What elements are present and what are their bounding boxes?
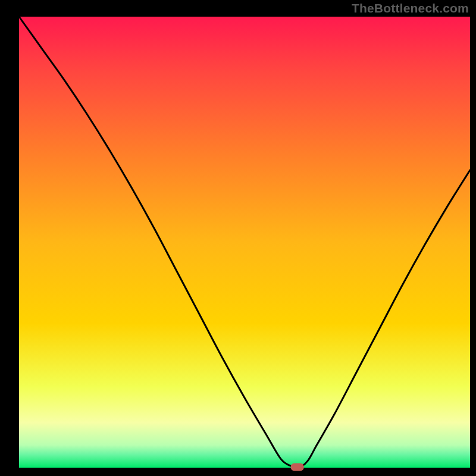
chart-stage: TheBottleneck.com bbox=[0, 0, 476, 476]
svg-rect-0 bbox=[19, 17, 470, 468]
optimal-marker bbox=[291, 464, 304, 471]
bottleneck-chart bbox=[0, 0, 476, 476]
watermark-text: TheBottleneck.com bbox=[352, 1, 469, 15]
